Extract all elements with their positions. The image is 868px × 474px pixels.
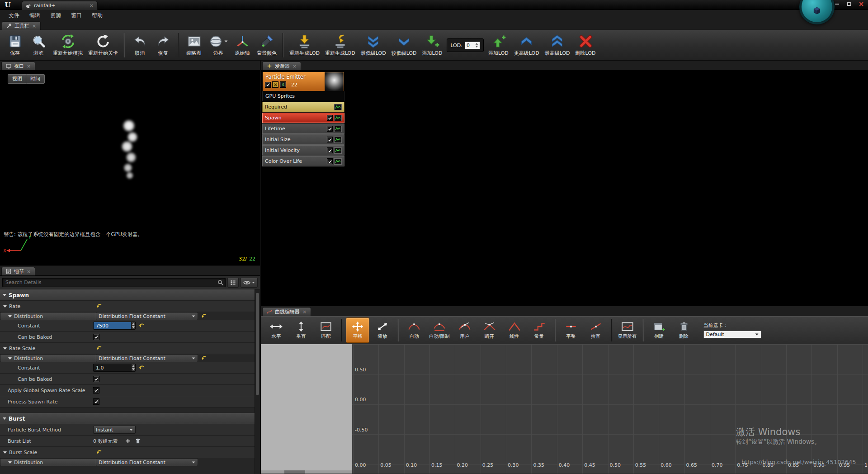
lod-level-field[interactable]: LOD:0: [447, 38, 484, 52]
burst-scale-distribution-dropdown[interactable]: Distribution Float Constant: [96, 458, 198, 466]
display-options-button[interactable]: [227, 278, 239, 288]
undo-button[interactable]: 取消: [128, 31, 151, 59]
lod-value-input[interactable]: 0: [465, 42, 480, 49]
regen-lowest-lod-button[interactable]: 重新生成LOD: [287, 31, 322, 59]
reset-to-default-icon[interactable]: [139, 323, 145, 329]
emitters-canvas[interactable]: Particle Emitter S 22 GPU Sprites Requir…: [261, 71, 868, 306]
spinner-dark-icon[interactable]: [475, 42, 478, 48]
tangent-linear-button[interactable]: 线性: [503, 318, 526, 343]
tracks-scrollbar-thumb[interactable]: [284, 470, 305, 474]
browse-button[interactable]: 浏览: [27, 31, 50, 59]
apply-global-spawn-rate-scale-checkbox[interactable]: [93, 387, 99, 393]
spinner-icon[interactable]: [131, 322, 135, 329]
straighten-tangents-button[interactable]: 拉直: [584, 318, 608, 343]
module-curves-icon[interactable]: [334, 104, 342, 110]
tab-close-icon[interactable]: ×: [302, 309, 307, 314]
rate-constant-input[interactable]: 7500: [93, 322, 136, 330]
reset-to-default-icon[interactable]: [139, 365, 145, 371]
document-tab[interactable]: rainfall+ ×: [22, 1, 98, 10]
process-spawn-rate-checkbox[interactable]: [93, 398, 99, 405]
module-curves-icon[interactable]: [334, 137, 342, 143]
emitter-block[interactable]: Particle Emitter S 22 GPU Sprites Requir…: [262, 71, 344, 166]
rate-scale-can-be-baked-checkbox[interactable]: [93, 376, 99, 382]
rate-scale-constant-input[interactable]: 1.0: [93, 364, 136, 372]
delete-tab-button[interactable]: 删除: [672, 318, 696, 343]
tangent-constant-button[interactable]: 常量: [528, 318, 551, 343]
save-button[interactable]: 保存: [4, 31, 26, 59]
delete-lod-button[interactable]: 删除LOD: [573, 31, 598, 59]
time-menu-button[interactable]: 时间: [26, 74, 45, 84]
reset-to-default-icon[interactable]: [96, 303, 102, 309]
caret-down-icon[interactable]: [224, 40, 228, 43]
reset-to-default-icon[interactable]: [96, 450, 102, 455]
reset-to-default-icon[interactable]: [201, 313, 207, 319]
regen-duplicate-lod-button[interactable]: 重新生成LOD: [323, 31, 358, 59]
tab-toolbar[interactable]: 工具栏 ×: [2, 21, 41, 30]
module-enable-checkbox[interactable]: [327, 115, 333, 121]
expand-arrow-icon[interactable]: [3, 305, 7, 308]
expand-arrow-icon[interactable]: [3, 451, 7, 454]
create-tab-button[interactable]: 创建: [647, 318, 671, 343]
emitter-header[interactable]: Particle Emitter S 22: [262, 71, 344, 91]
details-scrollbar-thumb[interactable]: [256, 293, 259, 395]
search-input[interactable]: [2, 278, 226, 287]
fit-horizontal-button[interactable]: 水平: [264, 318, 288, 343]
background-color-button[interactable]: 背景颜色: [255, 31, 279, 59]
restart-level-button[interactable]: 重新开始关卡: [86, 31, 120, 59]
reset-to-default-icon[interactable]: [96, 346, 102, 351]
tab-close-icon[interactable]: ×: [90, 3, 94, 8]
tab-viewport[interactable]: 视口 ×: [1, 62, 35, 70]
module-spawn[interactable]: Spawn: [262, 113, 344, 123]
module-enable-checkbox[interactable]: [327, 126, 333, 132]
tab-details[interactable]: 细节 ×: [1, 267, 35, 275]
tangent-auto-clamped-button[interactable]: 自动/限制: [427, 318, 452, 343]
tangent-break-button[interactable]: 断开: [478, 318, 501, 343]
close-button[interactable]: ×: [856, 0, 867, 8]
add-lod-after-button[interactable]: 添加LOD: [486, 31, 511, 59]
flatten-tangents-button[interactable]: 平整: [559, 318, 583, 343]
redo-button[interactable]: 恢复: [152, 31, 175, 59]
tab-close-icon[interactable]: ×: [32, 24, 36, 28]
higher-lod-button[interactable]: 更高级LOD: [512, 31, 542, 59]
pan-button[interactable]: 平移: [346, 318, 369, 343]
fit-all-button[interactable]: 匹配: [314, 318, 338, 343]
emitter-enable-checkbox[interactable]: [265, 82, 271, 88]
trash-icon[interactable]: [135, 438, 141, 444]
spinner-icon[interactable]: [131, 364, 135, 371]
highest-lod-button[interactable]: 最高级LOD: [542, 31, 572, 59]
module-curves-icon[interactable]: [334, 115, 342, 121]
restart-sim-button[interactable]: 重新开始模拟: [51, 31, 85, 59]
tracks-scrollbar[interactable]: [261, 470, 352, 474]
module-required[interactable]: Required: [262, 102, 344, 112]
expand-arrow-icon[interactable]: [3, 417, 6, 420]
row-spawn-section[interactable]: Spawn: [0, 289, 255, 301]
particle-burst-method-dropdown[interactable]: Instant: [93, 426, 136, 434]
rate-scale-distribution-dropdown[interactable]: Distribution Float Constant: [96, 354, 198, 362]
tangent-auto-button[interactable]: 自动: [402, 318, 426, 343]
menu-assets[interactable]: 资源: [45, 10, 66, 21]
tab-close-icon[interactable]: ×: [27, 64, 31, 69]
tab-emitters[interactable]: 发射器 ×: [262, 62, 301, 70]
curve-tab-select[interactable]: Default: [703, 331, 761, 338]
bounds-button[interactable]: 边界: [206, 31, 230, 59]
menu-window[interactable]: 窗口: [66, 10, 87, 21]
module-enable-checkbox[interactable]: [327, 147, 333, 153]
module-initial-size[interactable]: Initial Size: [262, 134, 344, 145]
zoom-button[interactable]: 缩放: [371, 318, 394, 343]
tab-curve-editor[interactable]: 曲线编辑器 ×: [262, 307, 311, 316]
module-curves-icon[interactable]: [334, 147, 342, 154]
expand-arrow-icon[interactable]: [3, 294, 6, 296]
maximize-button[interactable]: [844, 0, 854, 8]
row-burst-section[interactable]: Burst: [0, 413, 255, 424]
module-initial-velocity[interactable]: Initial Velocity: [262, 145, 344, 156]
menu-file[interactable]: 文件: [4, 10, 24, 21]
jump-lowest-lod-button[interactable]: 最低级LOD: [359, 31, 388, 59]
plus-icon[interactable]: [125, 438, 131, 444]
details-scrollbar[interactable]: [255, 289, 260, 474]
menu-help[interactable]: 帮助: [87, 10, 108, 21]
tab-close-icon[interactable]: ×: [27, 269, 31, 274]
expand-arrow-icon[interactable]: [8, 357, 12, 360]
module-enable-checkbox[interactable]: [327, 137, 333, 142]
reset-to-default-icon[interactable]: [201, 356, 207, 361]
module-color-over-life[interactable]: Color Over Life: [262, 156, 344, 166]
